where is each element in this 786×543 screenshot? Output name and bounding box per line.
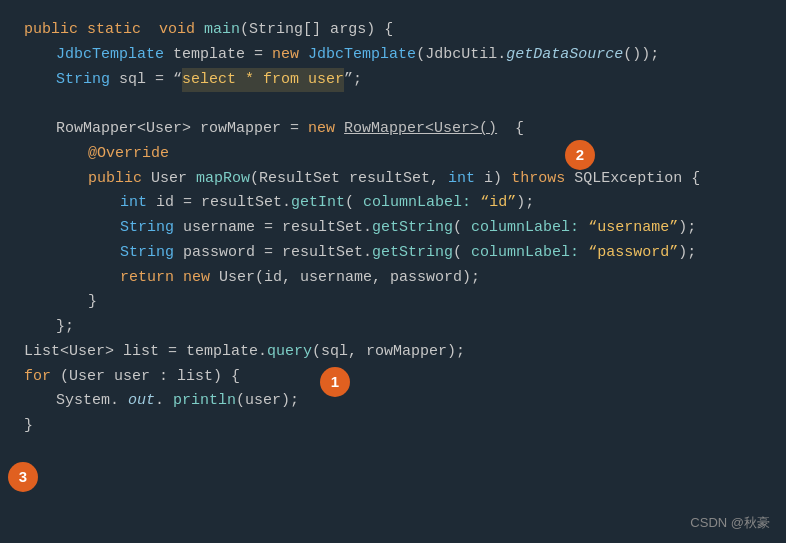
- method-main: main: [204, 18, 240, 43]
- line-3: String sql = “select * from user”;: [24, 68, 762, 93]
- watermark: CSDN @秋豪: [690, 512, 770, 533]
- line-5: RowMapper<User> rowMapper = new RowMappe…: [24, 117, 762, 142]
- kw-for: for: [24, 365, 51, 390]
- line-13: };: [24, 315, 762, 340]
- kw-void: void: [159, 18, 195, 43]
- line-4: [24, 92, 762, 117]
- code-block: public static void main(String[] args) {…: [0, 0, 786, 457]
- line-10: String password = resultSet.getString( c…: [24, 241, 762, 266]
- kw-new2: new: [308, 117, 335, 142]
- field-out: out: [128, 389, 155, 414]
- rowmapper-new: RowMapper<User>(): [344, 117, 497, 142]
- line-14: List<User> list = template.query(sql, ro…: [24, 340, 762, 365]
- sql-string: select * from user: [182, 68, 344, 93]
- line-2: JdbcTemplate template = new JdbcTemplate…: [24, 43, 762, 68]
- kw-static: static: [87, 18, 141, 43]
- kw-return: return: [120, 266, 174, 291]
- line-15: for (User user : list) {: [24, 365, 762, 390]
- kw-new: new: [272, 43, 299, 68]
- line-6: @Override: [24, 142, 762, 167]
- kw-public: public: [24, 18, 78, 43]
- method-getdatasource: getDataSource: [506, 43, 623, 68]
- badge-1: 1: [320, 367, 350, 397]
- kw-throws: throws: [511, 167, 565, 192]
- line-9: String username = resultSet.getString( c…: [24, 216, 762, 241]
- badge-3: 3: [8, 462, 38, 492]
- type-string: String: [56, 68, 110, 93]
- type-jdbctemplate: JdbcTemplate: [56, 43, 164, 68]
- annotation-override: @Override: [88, 142, 169, 167]
- line-11: return new User(id, username, password);: [24, 266, 762, 291]
- method-maprow: mapRow: [196, 167, 250, 192]
- line-16: System. out. println(user);: [24, 389, 762, 414]
- line-12: }: [24, 290, 762, 315]
- line-7: public User mapRow(ResultSet resultSet, …: [24, 167, 762, 192]
- line-17: }: [24, 414, 762, 439]
- badge-2: 2: [565, 140, 595, 170]
- kw-public2: public: [88, 167, 142, 192]
- line-1: public static void main(String[] args) {: [24, 18, 762, 43]
- line-8: int id = resultSet.getInt( columnLabel: …: [24, 191, 762, 216]
